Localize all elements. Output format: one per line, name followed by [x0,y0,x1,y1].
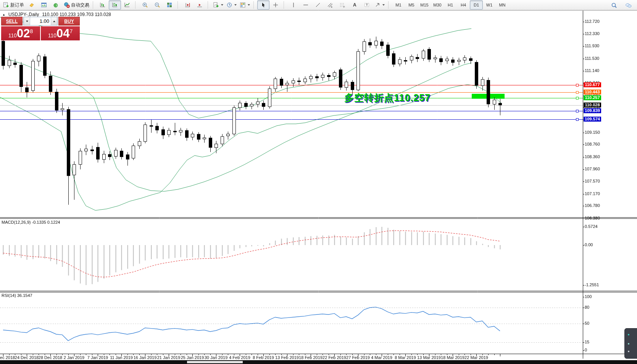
sell-price-tile[interactable]: 110 02 8 [1,26,40,40]
vertical-line-button[interactable] [287,0,300,10]
chat-icon[interactable] [622,1,635,10]
volume-decrease-button[interactable] [24,17,30,25]
toolbar-separator [284,1,286,9]
tile-windows-icon [166,2,173,8]
horizontal-line-button[interactable] [300,0,312,10]
timeframe-m30-button[interactable]: M30 [431,0,444,10]
toolbar-separator [93,1,95,9]
zoom-out-icon [154,2,160,8]
text-label-button[interactable]: T [361,0,373,10]
templates-button[interactable] [238,0,252,10]
crosshair-button[interactable] [269,0,282,10]
buy-price-prefix: 110 [48,32,56,38]
chart-title: ▲ USDJPY-,Daily 110.100 110.233 109.703 … [2,12,111,17]
auto-scroll-button[interactable] [194,0,206,10]
fibonacci-icon: F [339,2,345,8]
indicators-button[interactable] [211,0,225,10]
timeframe-d1-button[interactable]: D1 [470,0,483,10]
one-click-trading-panel: SELL BUY 110 02 8 110 04 7 [1,17,80,40]
signals-icon [53,2,59,8]
rsi-label: RSI(14) 36.1547 [2,293,32,298]
dropdown-caret-icon[interactable] [382,4,385,6]
trendline-button[interactable] [312,0,324,10]
dropdown-caret-icon[interactable] [221,4,223,6]
vertical-line-icon [290,2,297,8]
new-chart-button[interactable] [38,0,50,10]
toolbar-separator [208,1,210,9]
zoom-out-button[interactable] [151,0,163,10]
autotrading-button[interactable]: 自动交易 [62,0,91,10]
mt4-window: { "toolbar": { "items": [ {"name":"new-o… [0,0,637,364]
tile-windows-button[interactable] [163,0,176,10]
toolbar-separator [388,1,391,9]
collapse-icon[interactable]: ▲ [2,13,5,16]
periods-button[interactable] [225,0,238,10]
sell-price-sup: 8 [30,28,33,34]
toolbar: 新订单自动交易EFATM1M5M15M30H1H4D1W1MN [0,0,637,10]
periods-icon [226,2,232,8]
timeframe-w1-button[interactable]: W1 [483,0,496,10]
toolbar-separator [177,1,180,9]
crosshair-icon [273,2,279,8]
new-order-button[interactable]: 新订单 [2,0,26,10]
arrows-icon [374,2,381,8]
fibonacci-button[interactable]: F [336,0,348,10]
new-chart-icon [41,2,47,8]
bar-chart-type-button[interactable] [97,0,109,10]
text-label-icon: T [364,2,370,8]
macd-label: MACD(12,26,9) -0.1335 0.1224 [2,220,60,224]
text-button[interactable]: A [348,0,361,10]
line-chart-type-icon [124,2,130,8]
buy-price-big: 04 [56,27,69,39]
timeframe-h4-button[interactable]: H4 [457,0,470,10]
sell-price-big: 02 [17,27,30,39]
text-icon: A [352,2,358,8]
search-icon[interactable] [608,1,620,10]
shift-chart-end-icon [184,2,190,8]
cursor-button[interactable] [257,0,269,10]
dropdown-caret-icon[interactable] [248,4,250,6]
svg-text:F: F [343,6,345,8]
line-chart-type-button[interactable] [121,0,133,10]
buy-price-tile[interactable]: 110 04 7 [41,26,80,40]
cursor-icon [260,2,266,8]
overlay-widget[interactable] [624,328,637,359]
candle-chart-type-icon [112,2,118,8]
candle-chart-type-button[interactable] [109,0,121,10]
ohlc-values: 110.100 110.233 109.703 110.028 [42,12,111,17]
chart-annotation-text[interactable]: 多空转折点110.257 [344,91,431,104]
zoom-in-button[interactable] [139,0,151,10]
buy-button[interactable]: BUY [58,17,80,26]
toolbar-separator [253,1,256,9]
equidistant-channel-button[interactable]: E [324,0,336,10]
sell-price-prefix: 110 [8,32,17,38]
timeframe-m15-button[interactable]: M15 [418,0,431,10]
symbol-period-label: USDJPY-,Daily [8,12,39,17]
metaeditor-button[interactable] [26,0,38,10]
timeframe-mn-button[interactable]: MN [496,0,509,10]
metaeditor-icon [29,2,35,8]
bar-chart-type-icon [100,2,106,8]
autotrading-icon [64,2,70,8]
svg-text:E: E [331,6,332,8]
signals-button[interactable] [50,0,62,10]
volume-input[interactable] [30,17,51,25]
equidistant-channel-icon: E [327,2,333,8]
toolbar-separator [135,1,138,9]
svg-text:T: T [366,3,368,7]
horizontal-line-icon [303,2,309,8]
volume-increase-button[interactable] [51,17,57,25]
sell-button[interactable]: SELL [1,17,23,26]
dropdown-caret-icon[interactable] [234,4,237,6]
timeframe-h1-button[interactable]: H1 [444,0,457,10]
arrows-button[interactable] [373,0,386,10]
shift-chart-end-button[interactable] [181,0,194,10]
timeframe-m5-button[interactable]: M5 [405,0,418,10]
timeframe-m1-button[interactable]: M1 [392,0,405,10]
trendline-icon [315,2,321,8]
volume-stepper [23,17,58,26]
chart-canvas[interactable] [0,0,637,364]
zoom-in-icon [142,2,148,8]
bottom-strip-box [187,361,243,363]
buy-price-sup: 7 [70,28,73,34]
